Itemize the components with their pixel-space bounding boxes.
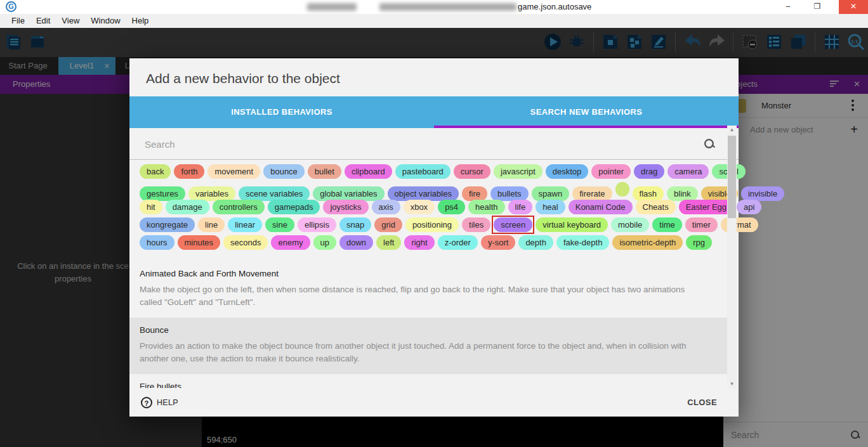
tag-chip[interactable]: pointer xyxy=(591,164,631,179)
tag-chip[interactable]: rpg xyxy=(686,235,712,250)
tag-chip[interactable]: scene variables xyxy=(239,186,310,201)
tag-chip[interactable]: axis xyxy=(372,200,400,214)
tag-chip[interactable]: global variables xyxy=(313,186,384,201)
tag-chip[interactable]: xbox xyxy=(404,200,435,214)
tag-chip[interactable]: time xyxy=(652,217,682,232)
tag-chip[interactable]: flash xyxy=(633,186,664,201)
tag-chip[interactable]: depth xyxy=(518,235,553,250)
tag-chip[interactable]: y-sort xyxy=(481,235,516,250)
behavior-description: Provides an action to make the object bo… xyxy=(140,340,703,365)
tag-chip[interactable]: timer xyxy=(685,217,718,232)
maximize-button[interactable]: ❐ xyxy=(807,0,827,14)
behavior-item[interactable]: Fire bullets Allow the object to fire bu… xyxy=(129,374,728,388)
tag-chip[interactable]: invisible xyxy=(741,186,784,201)
tag-chip[interactable]: right xyxy=(404,235,434,250)
tag-chip[interactable]: api xyxy=(737,200,761,214)
tag-chip[interactable]: Konami Code xyxy=(569,200,633,214)
tag-chip[interactable]: seconds xyxy=(223,235,268,250)
tag-chip[interactable]: screen xyxy=(494,217,532,232)
tag-chip[interactable]: format xyxy=(721,217,758,232)
tag-chip[interactable]: Easter Egg xyxy=(679,200,733,214)
tag-chip[interactable]: hit xyxy=(140,200,162,214)
tag-chip[interactable]: grid xyxy=(374,217,402,232)
tag-chip[interactable]: sine xyxy=(265,217,294,232)
behavior-item[interactable]: Bounce Provides an action to make the ob… xyxy=(129,318,728,374)
tag-chip[interactable]: bounce xyxy=(263,164,305,179)
help-button[interactable]: ? HELP xyxy=(141,397,178,408)
scrollbar-thumb[interactable] xyxy=(728,136,736,218)
behavior-search-input[interactable] xyxy=(145,136,684,152)
tag-chip[interactable]: javascript xyxy=(494,164,542,179)
add-behavior-dialog: Add a new behavior to the object INSTALL… xyxy=(129,58,739,417)
tag-chip[interactable]: joysticks xyxy=(323,200,368,214)
tag-chip[interactable]: enemy xyxy=(271,235,310,250)
behavior-item[interactable]: Animated Back and Forth Movement Make th… xyxy=(129,261,728,318)
redacted-title-segment xyxy=(307,3,357,11)
tag-chip[interactable]: fire xyxy=(462,186,487,201)
tag-chip[interactable]: desktop xyxy=(546,164,589,179)
tab-search-new-behaviors[interactable]: SEARCH NEW BEHAVIORS xyxy=(434,96,739,128)
tag-chip[interactable]: virtual keyboard xyxy=(536,217,608,232)
tag-chip[interactable]: cursor xyxy=(454,164,490,179)
menu-item[interactable]: Help xyxy=(126,14,155,28)
tag-chip[interactable]: up xyxy=(313,235,336,250)
tag-chip[interactable]: damage xyxy=(166,200,209,214)
tag-chip[interactable]: snap xyxy=(339,217,371,232)
tag-chip[interactable]: movement xyxy=(207,164,260,179)
tag-chip[interactable]: hours xyxy=(140,235,174,250)
tag-chip[interactable]: Cheats xyxy=(636,200,676,214)
tag-chip[interactable]: ps4 xyxy=(438,200,465,214)
tag-chip[interactable]: minutes xyxy=(178,235,221,250)
tag-chip[interactable]: blink xyxy=(667,186,698,201)
tag-cloud: backforthmovementbouncebulletclipboardpa… xyxy=(140,164,723,253)
scroll-down-icon[interactable]: ▼ xyxy=(727,380,737,388)
tag-chip[interactable]: linear xyxy=(228,217,262,232)
tag-chip[interactable]: object variables xyxy=(388,186,459,201)
tag-chip[interactable]: bullets xyxy=(490,186,529,201)
help-icon: ? xyxy=(141,397,152,408)
tag-chip[interactable]: gestures xyxy=(140,186,185,201)
menu-item[interactable]: File xyxy=(6,14,30,28)
tag-chip[interactable]: heal xyxy=(536,200,565,214)
tag-chip[interactable]: mobile xyxy=(611,217,649,232)
menu-item[interactable]: Window xyxy=(85,14,126,28)
menu-item[interactable]: View xyxy=(56,14,85,28)
close-dialog-button[interactable]: CLOSE xyxy=(682,392,722,412)
tag-chip[interactable]: gamepads xyxy=(268,200,320,214)
tab-installed-behaviors[interactable]: INSTALLED BEHAVIORS xyxy=(129,96,434,128)
tag-chip[interactable]: camera xyxy=(667,164,709,179)
tag-chip[interactable]: positioning xyxy=(405,217,459,232)
menu-item[interactable]: Edit xyxy=(30,14,56,28)
gdevelop-window: G game.json.autosave – ❐ ✕ FileEditViewW… xyxy=(0,0,868,447)
tag-chip[interactable]: life xyxy=(508,200,533,214)
tag-chip[interactable]: spawn xyxy=(532,186,570,201)
tag-chip[interactable]: health xyxy=(468,200,504,214)
scroll-up-icon[interactable]: ▲ xyxy=(727,126,737,134)
tag-chip[interactable]: pasteboard xyxy=(395,164,450,179)
tag-chip[interactable]: left xyxy=(376,235,401,250)
tag-chip[interactable] xyxy=(615,182,629,197)
behavior-title: Bounce xyxy=(140,325,703,335)
tag-chip[interactable]: drag xyxy=(634,164,664,179)
behavior-title: Fire bullets xyxy=(140,382,703,388)
dialog-scrollbar[interactable]: ▲ ▼ xyxy=(727,126,737,388)
tag-chip[interactable]: controllers xyxy=(213,200,265,214)
tag-chip[interactable]: forth xyxy=(174,164,204,179)
tag-chip[interactable]: isometric-depth xyxy=(612,235,683,250)
tag-chip[interactable]: tiles xyxy=(462,217,490,232)
close-window-button[interactable]: ✕ xyxy=(839,0,868,14)
redacted-title-segment xyxy=(379,3,516,11)
tag-chip[interactable]: kongregate xyxy=(140,217,195,232)
tag-chip[interactable]: fake-depth xyxy=(556,235,609,250)
tag-chip[interactable]: ellipsis xyxy=(298,217,336,232)
tag-chip[interactable]: variables xyxy=(188,186,235,201)
tag-chip[interactable]: clipboard xyxy=(345,164,392,179)
tag-chip[interactable]: bullet xyxy=(308,164,341,179)
tag-chip[interactable]: z-order xyxy=(438,235,478,250)
tag-chip[interactable]: down xyxy=(339,235,373,250)
tag-chip[interactable]: line xyxy=(198,217,225,232)
behavior-description: Make the object go on the left, then whe… xyxy=(140,283,703,309)
tag-chip[interactable]: back xyxy=(140,164,171,179)
tag-chip[interactable]: firerate xyxy=(572,186,612,201)
minimize-button[interactable]: – xyxy=(778,0,798,14)
